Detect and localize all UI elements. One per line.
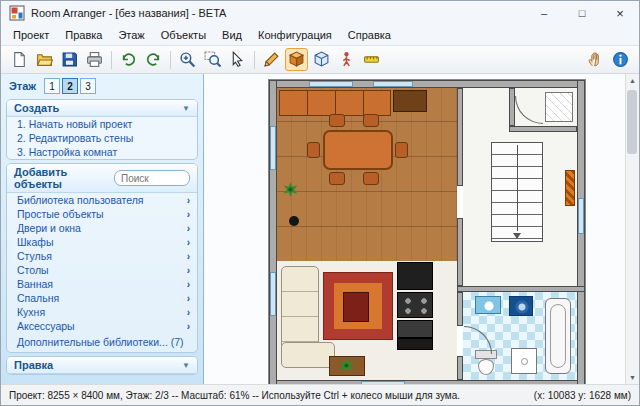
coffee-table[interactable] bbox=[343, 292, 369, 322]
kitchen-cabinet-row[interactable] bbox=[279, 90, 391, 116]
washing-machine[interactable] bbox=[509, 296, 533, 316]
add-objects-panel: Добавить объекты Библиотека пользователя… bbox=[6, 163, 198, 353]
window[interactable] bbox=[270, 272, 276, 316]
bathtub-basin bbox=[550, 304, 566, 368]
about-info-button[interactable] bbox=[609, 48, 632, 71]
fridge[interactable] bbox=[397, 262, 433, 290]
redo-button[interactable] bbox=[142, 48, 165, 71]
category-cabinets[interactable]: Шкафы› bbox=[7, 235, 197, 249]
chair[interactable] bbox=[363, 114, 379, 127]
walkthrough-button[interactable] bbox=[335, 48, 358, 71]
category-user-library[interactable]: Библиотека пользователя› bbox=[7, 193, 197, 207]
pan-hand-button[interactable] bbox=[584, 48, 607, 71]
plan-canvas[interactable]: ▲ ▼ bbox=[204, 74, 639, 384]
bathroom-wall-top[interactable] bbox=[457, 286, 585, 292]
create-step-edit-walls[interactable]: 2. Редактировать стены bbox=[7, 131, 197, 145]
select-pointer-button[interactable] bbox=[226, 48, 249, 71]
menu-edit[interactable]: Правка bbox=[57, 27, 110, 43]
create-step-new-project[interactable]: 1. Начать новый проект bbox=[7, 117, 197, 131]
window[interactable] bbox=[373, 81, 413, 87]
kitchen-base[interactable] bbox=[397, 338, 433, 350]
zoom-in-button[interactable] bbox=[176, 48, 199, 71]
stair-arrow-icon bbox=[513, 233, 521, 239]
chair[interactable] bbox=[363, 172, 379, 185]
menu-help[interactable]: Справка bbox=[340, 27, 399, 43]
more-libraries-link[interactable]: Дополнительные библиотеки... (7) bbox=[7, 333, 197, 352]
kitchen-counter[interactable] bbox=[397, 320, 433, 338]
plant-icon[interactable] bbox=[283, 182, 298, 197]
window[interactable] bbox=[270, 126, 276, 170]
add-objects-header[interactable]: Добавить объекты bbox=[7, 164, 197, 193]
menu-floor[interactable]: Этаж bbox=[110, 27, 152, 43]
object-search-input[interactable] bbox=[114, 170, 190, 186]
radiator[interactable] bbox=[565, 170, 575, 206]
app-logo-icon bbox=[9, 5, 25, 21]
stove[interactable] bbox=[397, 292, 433, 318]
toolbar-right-group bbox=[583, 48, 633, 71]
shower-cabin[interactable] bbox=[545, 92, 573, 122]
dining-table[interactable] bbox=[323, 130, 393, 170]
category-chairs[interactable]: Стулья› bbox=[7, 249, 197, 263]
bathroom-wall-left-lower[interactable] bbox=[457, 356, 463, 380]
chair[interactable] bbox=[395, 142, 408, 158]
open-project-button[interactable] bbox=[33, 48, 56, 71]
menu-project[interactable]: Проект bbox=[5, 27, 57, 43]
staircase[interactable] bbox=[491, 142, 543, 242]
sofa-section[interactable] bbox=[281, 342, 335, 368]
window[interactable] bbox=[578, 198, 584, 234]
maximize-button[interactable]: □ bbox=[563, 1, 601, 25]
floor-tab-2[interactable]: 2 bbox=[62, 78, 78, 94]
vertical-scrollbar[interactable]: ▲ ▼ bbox=[625, 74, 639, 384]
chevron-right-icon: › bbox=[187, 195, 190, 206]
wardrobe[interactable] bbox=[393, 90, 427, 112]
chair[interactable] bbox=[329, 114, 345, 127]
close-button[interactable]: × bbox=[601, 1, 639, 25]
divider-wall-upper[interactable] bbox=[457, 88, 463, 186]
window[interactable] bbox=[361, 381, 405, 384]
closet-wall-horizontal[interactable] bbox=[509, 126, 577, 132]
menu-configuration[interactable]: Конфигурация bbox=[250, 27, 340, 43]
create-step-room-setup[interactable]: 3. Настройка комнат bbox=[7, 145, 197, 159]
minimize-button[interactable]: – bbox=[525, 1, 563, 25]
measure-button[interactable] bbox=[360, 48, 383, 71]
scroll-down-button[interactable]: ▼ bbox=[626, 371, 639, 384]
category-tables[interactable]: Столы› bbox=[7, 263, 197, 277]
undo-button[interactable] bbox=[117, 48, 140, 71]
add-objects-title: Добавить объекты bbox=[14, 166, 108, 190]
category-accessories[interactable]: Аксессуары› bbox=[7, 319, 197, 333]
save-project-button[interactable] bbox=[58, 48, 81, 71]
view-3d-button[interactable] bbox=[310, 48, 333, 71]
stool[interactable] bbox=[289, 216, 299, 226]
scrollbar-thumb[interactable] bbox=[627, 90, 637, 154]
bathtub[interactable] bbox=[545, 298, 571, 374]
shower-tray[interactable] bbox=[511, 348, 537, 374]
plant-icon[interactable] bbox=[339, 358, 354, 373]
floor-tab-1[interactable]: 1 bbox=[44, 78, 60, 94]
bathroom-wall-left-upper[interactable] bbox=[457, 292, 463, 326]
menu-view[interactable]: Вид bbox=[214, 27, 250, 43]
category-doors-windows[interactable]: Двери и окна› bbox=[7, 221, 197, 235]
print-button[interactable] bbox=[83, 48, 106, 71]
category-bedroom[interactable]: Спальня› bbox=[7, 291, 197, 305]
window[interactable] bbox=[309, 81, 353, 87]
chair[interactable] bbox=[307, 142, 320, 158]
new-project-button[interactable] bbox=[8, 48, 31, 71]
draw-wall-button[interactable] bbox=[260, 48, 283, 71]
category-bathroom[interactable]: Ванная› bbox=[7, 277, 197, 291]
zoom-window-button[interactable] bbox=[201, 48, 224, 71]
category-kitchen[interactable]: Кухня› bbox=[7, 305, 197, 319]
chevron-right-icon: › bbox=[187, 209, 190, 220]
scroll-up-button[interactable]: ▲ bbox=[626, 74, 639, 87]
outer-wall-bottom[interactable] bbox=[269, 380, 585, 384]
divider-wall-lower[interactable] bbox=[457, 218, 463, 286]
status-coordinates: (x: 10083 y: 1628 мм) bbox=[534, 390, 631, 401]
category-simple-objects[interactable]: Простые объекты› bbox=[7, 207, 197, 221]
menu-objects[interactable]: Объекты bbox=[153, 27, 214, 43]
edit-panel-header[interactable]: Правка ▼ bbox=[7, 357, 197, 374]
closet-wall-vertical[interactable] bbox=[509, 88, 515, 126]
sink[interactable] bbox=[475, 296, 501, 314]
floor-tab-3[interactable]: 3 bbox=[80, 78, 96, 94]
insert-object-button[interactable] bbox=[285, 48, 308, 71]
create-panel-header[interactable]: Создать ▼ bbox=[7, 100, 197, 117]
chair[interactable] bbox=[329, 172, 345, 185]
